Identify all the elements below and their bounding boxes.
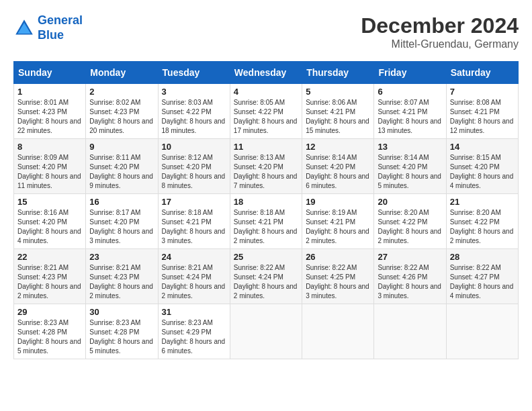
calendar-header-row: SundayMondayTuesdayWednesdayThursdayFrid…	[14, 62, 519, 84]
day-number: 19	[306, 197, 370, 207]
logo-icon	[13, 17, 35, 39]
calendar-week-row: 15Sunrise: 8:16 AMSunset: 4:20 PMDayligh…	[14, 194, 519, 249]
calendar-cell: 12Sunrise: 8:14 AMSunset: 4:20 PMDayligh…	[302, 139, 374, 194]
day-number: 12	[306, 142, 370, 152]
logo: General Blue	[13, 13, 83, 42]
cell-info: Sunrise: 8:23 AMSunset: 4:28 PMDaylight:…	[89, 318, 154, 356]
logo-text: General Blue	[38, 13, 83, 42]
calendar-table: SundayMondayTuesdayWednesdayThursdayFrid…	[13, 61, 519, 359]
cell-info: Sunrise: 8:08 AMSunset: 4:21 PMDaylight:…	[450, 98, 515, 136]
cell-info: Sunrise: 8:03 AMSunset: 4:22 PMDaylight:…	[162, 98, 226, 136]
calendar-cell: 10Sunrise: 8:12 AMSunset: 4:20 PMDayligh…	[158, 139, 230, 194]
day-number: 27	[378, 252, 442, 262]
cell-info: Sunrise: 8:23 AMSunset: 4:29 PMDaylight:…	[162, 318, 226, 356]
calendar-cell: 22Sunrise: 8:21 AMSunset: 4:23 PMDayligh…	[14, 249, 86, 304]
day-number: 31	[162, 307, 226, 317]
day-number: 8	[17, 142, 82, 152]
day-number: 11	[234, 142, 298, 152]
day-number: 28	[450, 252, 515, 262]
day-number: 10	[162, 142, 226, 152]
calendar-cell	[374, 304, 446, 359]
cell-info: Sunrise: 8:22 AMSunset: 4:25 PMDaylight:…	[306, 263, 370, 301]
calendar-cell: 25Sunrise: 8:22 AMSunset: 4:24 PMDayligh…	[230, 249, 302, 304]
calendar-cell: 27Sunrise: 8:22 AMSunset: 4:26 PMDayligh…	[374, 249, 446, 304]
cell-info: Sunrise: 8:21 AMSunset: 4:24 PMDaylight:…	[162, 263, 226, 301]
cell-info: Sunrise: 8:11 AMSunset: 4:20 PMDaylight:…	[89, 153, 154, 191]
calendar-cell: 26Sunrise: 8:22 AMSunset: 4:25 PMDayligh…	[302, 249, 374, 304]
calendar-cell: 15Sunrise: 8:16 AMSunset: 4:20 PMDayligh…	[14, 194, 86, 249]
calendar-cell: 21Sunrise: 8:20 AMSunset: 4:22 PMDayligh…	[446, 194, 518, 249]
calendar-cell: 7Sunrise: 8:08 AMSunset: 4:21 PMDaylight…	[446, 84, 518, 139]
calendar-day-header: Thursday	[302, 62, 374, 84]
calendar-day-header: Tuesday	[158, 62, 230, 84]
title-section: December 2024 Mittel-Gruendau, Germany	[361, 13, 519, 50]
day-number: 30	[89, 307, 154, 317]
cell-info: Sunrise: 8:07 AMSunset: 4:21 PMDaylight:…	[378, 98, 442, 136]
day-number: 1	[17, 87, 82, 97]
day-number: 4	[234, 87, 298, 97]
calendar-cell: 13Sunrise: 8:14 AMSunset: 4:20 PMDayligh…	[374, 139, 446, 194]
cell-info: Sunrise: 8:17 AMSunset: 4:20 PMDaylight:…	[89, 208, 154, 246]
day-number: 13	[378, 142, 442, 152]
calendar-cell: 20Sunrise: 8:20 AMSunset: 4:22 PMDayligh…	[374, 194, 446, 249]
calendar-day-header: Sunday	[14, 62, 86, 84]
calendar-cell: 16Sunrise: 8:17 AMSunset: 4:20 PMDayligh…	[86, 194, 158, 249]
calendar-week-row: 8Sunrise: 8:09 AMSunset: 4:20 PMDaylight…	[14, 139, 519, 194]
cell-info: Sunrise: 8:15 AMSunset: 4:20 PMDaylight:…	[450, 153, 515, 191]
cell-info: Sunrise: 8:22 AMSunset: 4:24 PMDaylight:…	[234, 263, 298, 301]
calendar-cell: 28Sunrise: 8:22 AMSunset: 4:27 PMDayligh…	[446, 249, 518, 304]
calendar-day-header: Wednesday	[230, 62, 302, 84]
calendar-cell: 19Sunrise: 8:19 AMSunset: 4:21 PMDayligh…	[302, 194, 374, 249]
day-number: 3	[162, 87, 226, 97]
day-number: 7	[450, 87, 515, 97]
location-subtitle: Mittel-Gruendau, Germany	[361, 38, 519, 50]
calendar-cell: 29Sunrise: 8:23 AMSunset: 4:28 PMDayligh…	[14, 304, 86, 359]
day-number: 22	[17, 252, 82, 262]
day-number: 6	[378, 87, 442, 97]
calendar-cell: 31Sunrise: 8:23 AMSunset: 4:29 PMDayligh…	[158, 304, 230, 359]
calendar-cell: 1Sunrise: 8:01 AMSunset: 4:23 PMDaylight…	[14, 84, 86, 139]
calendar-body: 1Sunrise: 8:01 AMSunset: 4:23 PMDaylight…	[14, 84, 519, 359]
calendar-cell: 17Sunrise: 8:18 AMSunset: 4:21 PMDayligh…	[158, 194, 230, 249]
cell-info: Sunrise: 8:14 AMSunset: 4:20 PMDaylight:…	[306, 153, 370, 191]
day-number: 20	[378, 197, 442, 207]
cell-info: Sunrise: 8:14 AMSunset: 4:20 PMDaylight:…	[378, 153, 442, 191]
cell-info: Sunrise: 8:13 AMSunset: 4:20 PMDaylight:…	[234, 153, 298, 191]
day-number: 24	[162, 252, 226, 262]
cell-info: Sunrise: 8:21 AMSunset: 4:23 PMDaylight:…	[89, 263, 154, 301]
page-header: General Blue December 2024 Mittel-Gruend…	[13, 13, 519, 50]
cell-info: Sunrise: 8:22 AMSunset: 4:27 PMDaylight:…	[450, 263, 515, 301]
day-number: 5	[306, 87, 370, 97]
cell-info: Sunrise: 8:20 AMSunset: 4:22 PMDaylight:…	[450, 208, 515, 246]
cell-info: Sunrise: 8:19 AMSunset: 4:21 PMDaylight:…	[306, 208, 370, 246]
cell-info: Sunrise: 8:09 AMSunset: 4:20 PMDaylight:…	[17, 153, 82, 191]
cell-info: Sunrise: 8:06 AMSunset: 4:21 PMDaylight:…	[306, 98, 370, 136]
calendar-week-row: 29Sunrise: 8:23 AMSunset: 4:28 PMDayligh…	[14, 304, 519, 359]
cell-info: Sunrise: 8:05 AMSunset: 4:22 PMDaylight:…	[234, 98, 298, 136]
calendar-cell: 18Sunrise: 8:18 AMSunset: 4:21 PMDayligh…	[230, 194, 302, 249]
calendar-cell: 24Sunrise: 8:21 AMSunset: 4:24 PMDayligh…	[158, 249, 230, 304]
calendar-cell: 9Sunrise: 8:11 AMSunset: 4:20 PMDaylight…	[86, 139, 158, 194]
day-number: 18	[234, 197, 298, 207]
day-number: 25	[234, 252, 298, 262]
calendar-cell: 2Sunrise: 8:02 AMSunset: 4:23 PMDaylight…	[86, 84, 158, 139]
day-number: 9	[89, 142, 154, 152]
calendar-cell	[446, 304, 518, 359]
cell-info: Sunrise: 8:01 AMSunset: 4:23 PMDaylight:…	[17, 98, 82, 136]
day-number: 23	[89, 252, 154, 262]
calendar-cell: 14Sunrise: 8:15 AMSunset: 4:20 PMDayligh…	[446, 139, 518, 194]
day-number: 14	[450, 142, 515, 152]
day-number: 29	[17, 307, 82, 317]
cell-info: Sunrise: 8:21 AMSunset: 4:23 PMDaylight:…	[17, 263, 82, 301]
calendar-cell: 11Sunrise: 8:13 AMSunset: 4:20 PMDayligh…	[230, 139, 302, 194]
cell-info: Sunrise: 8:18 AMSunset: 4:21 PMDaylight:…	[162, 208, 226, 246]
calendar-cell: 6Sunrise: 8:07 AMSunset: 4:21 PMDaylight…	[374, 84, 446, 139]
calendar-day-header: Monday	[86, 62, 158, 84]
cell-info: Sunrise: 8:20 AMSunset: 4:22 PMDaylight:…	[378, 208, 442, 246]
calendar-cell: 4Sunrise: 8:05 AMSunset: 4:22 PMDaylight…	[230, 84, 302, 139]
calendar-cell	[230, 304, 302, 359]
calendar-day-header: Saturday	[446, 62, 518, 84]
cell-info: Sunrise: 8:12 AMSunset: 4:20 PMDaylight:…	[162, 153, 226, 191]
cell-info: Sunrise: 8:16 AMSunset: 4:20 PMDaylight:…	[17, 208, 82, 246]
cell-info: Sunrise: 8:23 AMSunset: 4:28 PMDaylight:…	[17, 318, 82, 356]
